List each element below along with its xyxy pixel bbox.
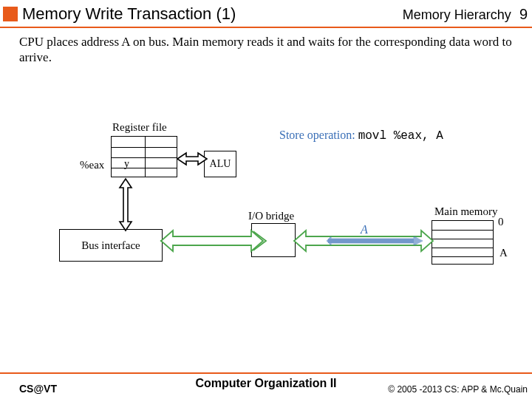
main-memory-label: Main memory bbox=[434, 205, 497, 218]
register-file-box bbox=[111, 136, 177, 177]
eax-label: %eax bbox=[80, 159, 104, 171]
memory-bus-arrow bbox=[294, 231, 433, 251]
regfile-bus-arrow bbox=[120, 179, 132, 231]
store-operation: Store operation: movl %eax, A bbox=[279, 129, 443, 143]
slide-description: CPU places address A on bus. Main memory… bbox=[19, 34, 517, 66]
footer-rule bbox=[0, 372, 532, 374]
main-memory-box bbox=[432, 220, 494, 265]
store-op-code: movl %eax, A bbox=[358, 129, 443, 143]
bus-data-arrow bbox=[327, 236, 423, 245]
io-bridge-label: I/O bridge bbox=[248, 210, 294, 222]
header-rule bbox=[0, 27, 532, 28]
store-op-prefix: Store operation: bbox=[279, 129, 355, 141]
register-file-label: Register file bbox=[112, 121, 167, 134]
mm-index-zero: 0 bbox=[498, 216, 504, 228]
alu-box: ALU bbox=[204, 151, 236, 177]
regfile-alu-arrow bbox=[177, 153, 207, 165]
slide-title: Memory Write Transaction (1) bbox=[22, 4, 236, 24]
bus-interface-box: Bus interface bbox=[59, 229, 163, 262]
section-label: Memory Hierarchy bbox=[403, 7, 511, 22]
io-bridge-box bbox=[251, 223, 296, 257]
system-bus-arrow-2 bbox=[161, 231, 263, 251]
bus-address-label: A bbox=[361, 223, 368, 236]
mm-index-a: A bbox=[499, 247, 508, 259]
accent-square bbox=[3, 7, 18, 21]
alu-label: ALU bbox=[210, 158, 231, 170]
register-value: y bbox=[124, 158, 129, 170]
bus-interface-label: Bus interface bbox=[81, 239, 140, 252]
footer-right: © 2005 -2013 CS: APP & Mc.Quain bbox=[388, 384, 528, 395]
page-number: 9 bbox=[519, 6, 528, 22]
system-bus-arrow bbox=[161, 232, 266, 250]
